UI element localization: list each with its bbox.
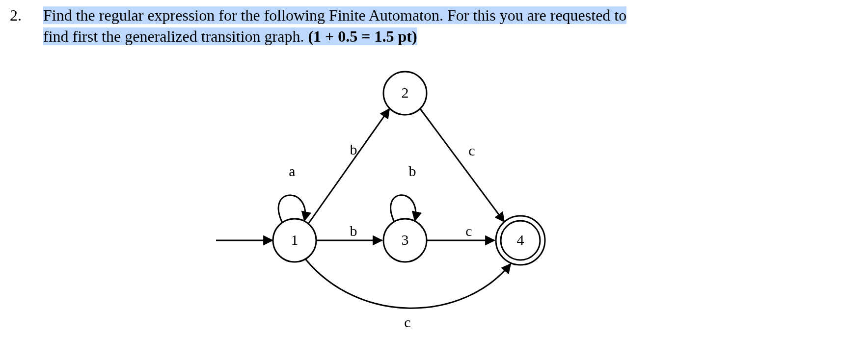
state-4-label: 4 [517, 232, 524, 248]
question-block: 2. Find the regular expression for the f… [10, 5, 858, 47]
question-number: 2. [10, 5, 39, 26]
edge-2-4 [420, 109, 504, 222]
question-line1: Find the regular expression for the foll… [43, 6, 626, 24]
edge-1-2-label: b [350, 141, 357, 157]
state-3-label: 3 [402, 232, 409, 248]
edge-3-4-label: c [465, 223, 472, 239]
edge-1-4-label: c [404, 314, 410, 330]
state-1-label: 1 [291, 232, 298, 248]
edge-1-3-label: b [350, 223, 357, 239]
question-points: (1 + 0.5 = 1.5 pt) [308, 27, 417, 45]
automaton-diagram: 1 a 2 3 b 4 b b c [196, 64, 589, 358]
loop-1-label: a [289, 163, 295, 179]
edge-1-4 [305, 259, 511, 308]
edge-2-4-label: c [468, 142, 475, 158]
question-body: Find the regular expression for the foll… [43, 5, 829, 47]
loop-3-label: b [409, 163, 416, 179]
page: 2. Find the regular expression for the f… [0, 0, 868, 363]
edge-1-2 [308, 109, 389, 224]
loop-3 [391, 195, 416, 222]
state-2-label: 2 [402, 84, 409, 101]
question-line2-prefix: find first the generalized transition gr… [43, 27, 308, 45]
